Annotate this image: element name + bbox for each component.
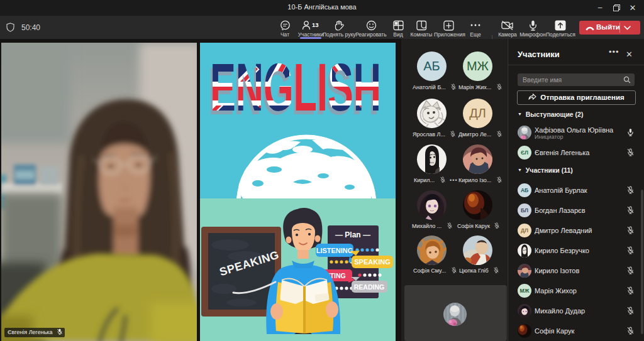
svg-text:— Plan —: — Plan —	[335, 230, 370, 239]
svg-text:READING: READING	[354, 283, 384, 291]
svg-text:13: 13	[312, 21, 319, 28]
svg-text:LISTENING: LISTENING	[316, 247, 353, 254]
svg-text:SPEAKING: SPEAKING	[354, 258, 390, 266]
